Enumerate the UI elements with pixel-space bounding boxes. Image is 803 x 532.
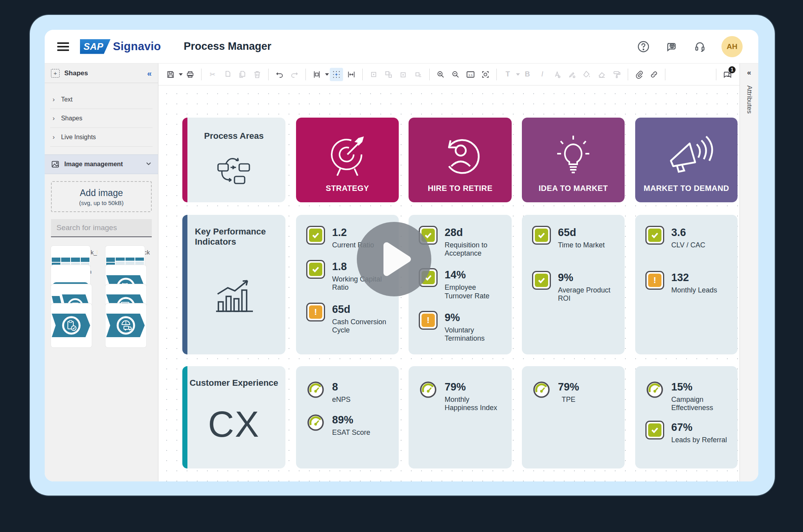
area-card-market-to-demand[interactable]: MARKET TO DEMAND bbox=[635, 118, 738, 202]
area-card-hire-to-retire[interactable]: HIRE TO RETIRE bbox=[409, 118, 512, 202]
zoom-out-button[interactable] bbox=[449, 68, 462, 81]
paste-button[interactable] bbox=[236, 68, 249, 81]
delete-button[interactable] bbox=[251, 68, 264, 81]
process-flow-icon bbox=[213, 152, 256, 187]
image-thumbnail[interactable]: L2C04 bbox=[105, 303, 152, 313]
snap-to-grid-button[interactable] bbox=[330, 68, 343, 81]
cx-column-1[interactable]: 8eNPS 89%ESAT Score bbox=[296, 366, 399, 468]
align-shapes-button[interactable] bbox=[310, 68, 323, 81]
cx-label: Monthly Happiness Index bbox=[445, 396, 504, 412]
undo-button[interactable] bbox=[273, 68, 286, 81]
cx-item: 89%ESAT Score bbox=[306, 413, 391, 437]
cx-header-card[interactable]: Customer Experience CX bbox=[182, 366, 285, 468]
eraser-button[interactable] bbox=[595, 68, 609, 81]
kpi-item: 3.6CLV / CAC bbox=[645, 226, 730, 249]
zoom-fit-button[interactable] bbox=[479, 68, 492, 81]
cx-title: Customer Experience bbox=[182, 378, 285, 388]
cx-item: 67%Leads by Referral bbox=[645, 421, 730, 444]
gauge-icon bbox=[419, 380, 438, 399]
cx-column-4[interactable]: 15%Campaign Effectiveness 67%Leads by Re… bbox=[635, 366, 738, 468]
kpi-item: ! 9%Voluntary Terminations bbox=[419, 311, 504, 343]
link-button[interactable] bbox=[647, 68, 661, 81]
kpi-item: ! 132Monthly Leads bbox=[645, 271, 730, 294]
image-thumbnail[interactable]: lead2cash_back_b bbox=[51, 246, 98, 256]
text-size-caret[interactable] bbox=[516, 73, 520, 76]
add-image-button[interactable]: Add image (svg, up to 50kB) bbox=[51, 181, 152, 212]
diagram-canvas[interactable]: Process Areas bbox=[158, 85, 739, 481]
redo-button[interactable] bbox=[288, 68, 301, 81]
comments-button[interactable]: 1 bbox=[721, 68, 734, 81]
zoom-in-button[interactable] bbox=[434, 68, 447, 81]
kpi-column-market-to-demand[interactable]: 3.6CLV / CAC ! 132Monthly Leads bbox=[635, 215, 738, 354]
cx-item: 15%Campaign Effectiveness bbox=[645, 380, 730, 412]
image-thumbnail[interactable]: L2C03 bbox=[51, 303, 98, 313]
play-triangle-icon bbox=[357, 222, 431, 296]
megaphone-icon bbox=[659, 130, 714, 181]
print-button[interactable] bbox=[183, 68, 197, 81]
cx-value: 8 bbox=[332, 381, 351, 393]
expand-attributes-icon[interactable]: « bbox=[740, 68, 758, 77]
distribute-spacing-button[interactable] bbox=[345, 68, 358, 81]
save-dropdown-caret[interactable] bbox=[179, 73, 183, 76]
image-thumbnail[interactable]: button_green bbox=[51, 265, 98, 275]
headset-support-icon[interactable] bbox=[693, 40, 707, 53]
cx-column-2[interactable]: 79%Monthly Happiness Index bbox=[409, 366, 512, 468]
remove-from-group-button[interactable] bbox=[412, 68, 425, 81]
zoom-actual-size-button[interactable]: 1:1 bbox=[464, 68, 477, 81]
add-to-group-button[interactable] bbox=[397, 68, 410, 81]
area-card-strategy[interactable]: STRATEGY bbox=[296, 118, 399, 202]
image-thumbnail[interactable]: $ L2C02 bbox=[105, 284, 152, 294]
avatar[interactable]: AH bbox=[721, 36, 743, 57]
process-areas-header-card[interactable]: Process Areas bbox=[182, 118, 285, 202]
copy-button[interactable] bbox=[221, 68, 234, 81]
search-images-input[interactable] bbox=[51, 219, 152, 237]
group-button[interactable] bbox=[367, 68, 380, 81]
page-title: Process Manager bbox=[183, 40, 271, 53]
kpi-label: CLV / CAC bbox=[671, 241, 705, 249]
process-areas-title: Process Areas bbox=[182, 131, 285, 141]
text-size-button[interactable]: T bbox=[501, 68, 514, 81]
kpi-label: Cash Conversion Cycle bbox=[332, 318, 391, 334]
collapse-sidebar-icon[interactable]: « bbox=[147, 69, 152, 78]
cx-column-3[interactable]: 79%TPE bbox=[522, 366, 625, 468]
image-thumbnail[interactable]: L2C06 bbox=[105, 265, 152, 275]
person-cycle-icon bbox=[435, 130, 486, 181]
bold-button[interactable]: B bbox=[521, 68, 534, 81]
cx-label: TPE bbox=[558, 396, 579, 404]
cx-value: 79% bbox=[445, 381, 504, 393]
image-thumbnail[interactable]: lead2cash_back bbox=[105, 246, 152, 256]
attachment-button[interactable] bbox=[632, 68, 646, 81]
sidebar-item-shapes[interactable]: › Shapes bbox=[45, 109, 158, 127]
kpi-item: 9%Average Product ROI bbox=[532, 271, 617, 303]
kpi-header-card[interactable]: Key Performance Indicators bbox=[182, 215, 285, 354]
cx-value: 67% bbox=[671, 421, 727, 434]
line-color-button[interactable] bbox=[565, 68, 579, 81]
text-color-button[interactable] bbox=[550, 68, 564, 81]
help-icon[interactable] bbox=[637, 40, 650, 53]
cx-item: 79%Monthly Happiness Index bbox=[419, 380, 504, 412]
gauge-icon bbox=[306, 380, 325, 399]
fill-color-button[interactable] bbox=[580, 68, 594, 81]
image-thumbnail[interactable]: L2C01 bbox=[51, 284, 98, 294]
area-card-idea-to-market[interactable]: IDEA TO MARKET bbox=[522, 118, 625, 202]
image-management-header[interactable]: Image management bbox=[45, 154, 158, 174]
cut-button[interactable]: ✂ bbox=[206, 68, 219, 81]
kpi-column-idea-to-market[interactable]: 65dTime to Market 9%Average Product ROI bbox=[522, 215, 625, 354]
sap-signavio-logo: SAP Signavio bbox=[80, 39, 161, 54]
cx-big-label: CX bbox=[182, 404, 285, 445]
cx-label: ESAT Score bbox=[332, 429, 370, 437]
feedback-icon[interactable] bbox=[665, 40, 678, 53]
save-button[interactable] bbox=[164, 68, 177, 81]
kpi-title: Key Performance Indicators bbox=[195, 227, 276, 247]
one-to-one-label: 1:1 bbox=[468, 73, 473, 76]
status-warning-icon: ! bbox=[306, 303, 325, 321]
video-play-button[interactable] bbox=[357, 222, 431, 296]
hamburger-menu-icon[interactable] bbox=[57, 42, 69, 51]
italic-button[interactable]: I bbox=[536, 68, 549, 81]
align-dropdown-caret[interactable] bbox=[325, 73, 329, 76]
sidebar-item-live-insights[interactable]: › Live Insights bbox=[45, 128, 158, 146]
sidebar-item-text[interactable]: › Text bbox=[45, 90, 158, 109]
ungroup-button[interactable] bbox=[382, 68, 395, 81]
format-painter-button[interactable] bbox=[610, 68, 623, 81]
status-warning-icon: ! bbox=[419, 311, 438, 330]
